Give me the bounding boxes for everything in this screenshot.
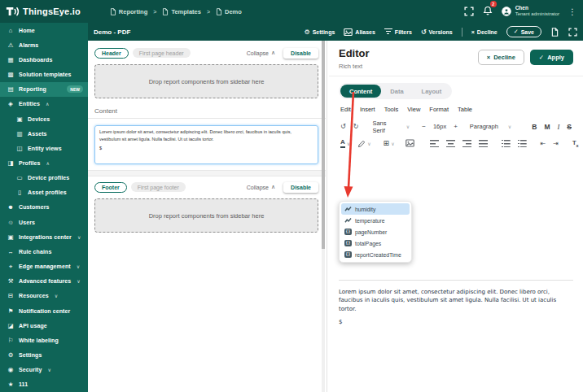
clear-formatting-button[interactable]: Tx [572,139,579,148]
editor-apply-button[interactable]: ✓ Apply [530,50,573,65]
filters-button[interactable]: Filters [384,28,412,35]
first-page-footer-chip[interactable]: First page footer [131,182,186,192]
sidebar-item[interactable]: ▥ Assets [0,126,88,141]
sidebar-item[interactable]: ★ 111 [0,377,88,392]
autocomplete-option[interactable]: { } reportCreatedTime [341,249,410,260]
gear-icon: ⚙ [305,28,310,36]
highlight-color-button[interactable]: ∨ [357,140,370,148]
editor-tab[interactable]: Content [340,85,381,98]
menubar-item[interactable]: Insert [360,107,375,113]
notifications-button[interactable]: 2 [483,4,493,19]
insert-table-button[interactable]: ⊞ ∨ [384,140,395,147]
header-chip[interactable]: Header [94,48,129,59]
redo-icon[interactable]: ↻ [353,124,359,130]
kebab-menu-icon[interactable]: ⋮ [568,7,576,16]
menubar-item[interactable]: Table [458,107,472,113]
sidebar-item[interactable]: ⚒ Advanced features ∨ [0,274,88,289]
menubar-item[interactable]: Edit [340,107,351,113]
autocomplete-option[interactable]: { } totalPages [341,237,410,249]
sidebar-item[interactable]: ▭ Device profiles [0,171,88,185]
sidebar-item[interactable]: ▤ Reporting NEW [0,82,88,97]
font-family-select[interactable]: Sans Serif ∨ [372,120,410,134]
sidebar-item[interactable]: ▦ Dashboards [0,52,88,67]
align-justify-icon[interactable] [479,140,488,148]
sidebar-item[interactable]: ◉ Security ∨ [0,363,88,377]
disable-header-button[interactable]: Disable [283,48,318,59]
sidebar-item[interactable]: ⚠ Alarms [0,37,88,52]
sidebar-item[interactable]: ☺ Users [0,215,88,229]
indent-icon[interactable]: ⇥ [553,141,559,147]
settings-button[interactable]: ⚙ Settings [305,28,335,36]
report-toolbar-actions: ⚙ Settings Aliases Filters ↺ Versions × … [305,26,577,37]
sidebar-item[interactable]: ☻ Customers [0,200,88,215]
sidebar-item[interactable]: ⌂ Home [0,23,88,37]
sidebar-item[interactable]: ⊟ Resources ∨ [0,289,88,303]
sidebar-item[interactable]: ▣ Devices [0,111,88,126]
editor-decline-button[interactable]: × Decline [478,50,524,65]
sidebar-item[interactable]: ◨ Profiles ∧ [0,155,88,170]
breadcrumb-item-reporting[interactable]: Reporting [110,8,147,15]
strikethrough-button[interactable]: S [567,123,572,131]
autocomplete-option[interactable]: { } pageNumber [341,226,410,237]
align-center-icon[interactable] [446,140,455,148]
sidebar-item[interactable]: ▩ Solution templates [0,67,88,81]
menubar-item[interactable]: Tools [384,107,399,113]
bold-button[interactable]: B [532,123,537,131]
sidebar-item[interactable]: ◪ API usage [0,318,88,333]
disable-footer-button[interactable]: Disable [283,182,318,193]
align-right-icon[interactable] [462,140,471,148]
m-format-button[interactable]: M [544,123,550,131]
text-color-button[interactable]: A ∨ [340,139,350,148]
sidebar-item[interactable]: ▣ Integrations center ∨ [0,229,88,244]
block-format-select[interactable]: Paragraph ∨ [470,123,511,130]
undo-icon[interactable]: ↺ [340,124,346,130]
sidebar-item-icon: ⚙ [7,351,15,359]
fullscreen-icon[interactable] [464,7,474,16]
decrease-font-icon[interactable]: − [422,124,426,130]
editor-body-text: Lorem ipsum dolor sit amet, consectetur … [339,288,573,314]
aliases-button[interactable]: Aliases [344,28,375,37]
versions-button[interactable]: ↺ Versions [421,28,453,36]
first-page-header-chip[interactable]: First page header [133,48,191,58]
menubar-item[interactable]: Format [429,107,449,113]
decline-button[interactable]: × Decline [471,29,498,35]
sidebar-item[interactable]: ⚑ Notification center [0,303,88,318]
bullet-list-icon[interactable] [518,140,527,148]
content-textarea[interactable]: Lorem ipsum dolor sit amet, consectetur … [94,125,318,164]
brand-logo[interactable]: ThingsEye.io [0,6,87,17]
insert-image-button[interactable] [405,139,414,149]
italic-button[interactable]: I [557,123,559,131]
footer-chip[interactable]: Footer [94,182,127,193]
increase-font-icon[interactable]: + [454,124,458,130]
sidebar-item[interactable]: ↔ Rule chains [0,244,88,259]
breadcrumb-item-demo[interactable]: Demo [216,8,242,15]
sidebar-item[interactable]: ⚙ Settings [0,347,88,362]
export-report-icon[interactable] [550,28,559,37]
collapse-header-button[interactable]: Collapse ∧ [247,50,275,56]
rich-text-content[interactable]: Lorem ipsum dolor sit amet, consectetur … [329,281,583,327]
font-size-value[interactable]: 16px [433,123,446,130]
footer-dropzone[interactable]: Drop report components from sidebar here [94,198,318,233]
sidebar-item[interactable]: ⌖ Edge management ∨ [0,259,88,274]
editor-tab[interactable]: Layout [413,85,451,98]
breadcrumb-item-templates[interactable]: Templates [162,8,201,15]
user-menu[interactable]: Chen Tenant administrator [502,5,559,18]
sidebar-item[interactable]: ⚐ White labeling [0,333,88,347]
collapse-footer-button[interactable]: Collapse ∧ [247,184,275,190]
fullscreen-icon[interactable] [568,28,577,37]
close-icon: × [471,29,475,35]
header-dropzone[interactable]: Drop report components from sidebar here [94,64,318,98]
editor-tab[interactable]: Data [381,85,412,98]
outdent-icon[interactable]: ⇤ [541,141,546,147]
expand-chevron-icon: ∨ [77,264,80,269]
sidebar-item[interactable]: ◫ Entity views [0,141,88,155]
save-button[interactable]: ✓ Save [506,26,541,37]
sidebar-item[interactable]: ◈ Entities ∧ [0,97,88,111]
menubar-item[interactable]: View [407,107,420,113]
numbered-list-icon[interactable] [502,140,511,148]
autocomplete-option[interactable]: { } humidity [341,203,410,215]
sidebar-item[interactable]: ▯ Asset profiles [0,185,88,200]
autocomplete-option[interactable]: { } temperature [341,215,410,226]
align-left-icon[interactable] [430,140,439,148]
scrollbar-thumb[interactable] [322,41,325,249]
